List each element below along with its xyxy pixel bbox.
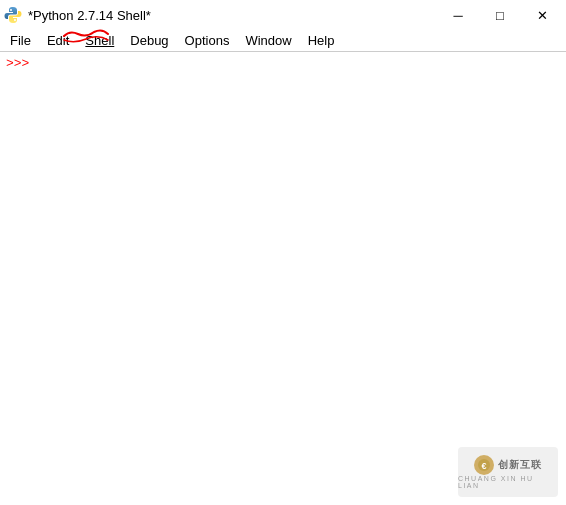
menu-options[interactable]: Options xyxy=(177,31,238,50)
prompt-line: >>> xyxy=(6,56,560,71)
minimize-button[interactable]: ─ xyxy=(438,3,478,27)
shell-content[interactable]: >>> xyxy=(0,52,566,505)
window-title: *Python 2.7.14 Shell* xyxy=(28,8,151,23)
menu-debug[interactable]: Debug xyxy=(122,31,176,50)
watermark-logo: € 创新互联 xyxy=(474,455,542,475)
python-icon xyxy=(4,6,22,24)
window-controls: ─ □ ✕ xyxy=(438,3,562,27)
watermark: € 创新互联 CHUANG XIN HU LIAN xyxy=(458,447,558,497)
menu-shell[interactable]: Shell xyxy=(77,31,122,50)
menu-edit[interactable]: Edit xyxy=(39,31,77,50)
title-bar-left: *Python 2.7.14 Shell* xyxy=(4,6,151,24)
prompt-symbol: >>> xyxy=(6,56,29,71)
svg-text:€: € xyxy=(481,461,486,471)
menu-bar: File Edit Shell Debug Options Window Hel… xyxy=(0,30,566,52)
maximize-button[interactable]: □ xyxy=(480,3,520,27)
watermark-icon: € xyxy=(474,455,494,475)
watermark-sub-text: CHUANG XIN HU LIAN xyxy=(458,475,558,489)
menu-help[interactable]: Help xyxy=(300,31,343,50)
title-bar: *Python 2.7.14 Shell* ─ □ ✕ xyxy=(0,0,566,30)
menu-window[interactable]: Window xyxy=(237,31,299,50)
watermark-main-text: 创新互联 xyxy=(498,458,542,472)
menu-file[interactable]: File xyxy=(2,31,39,50)
close-button[interactable]: ✕ xyxy=(522,3,562,27)
